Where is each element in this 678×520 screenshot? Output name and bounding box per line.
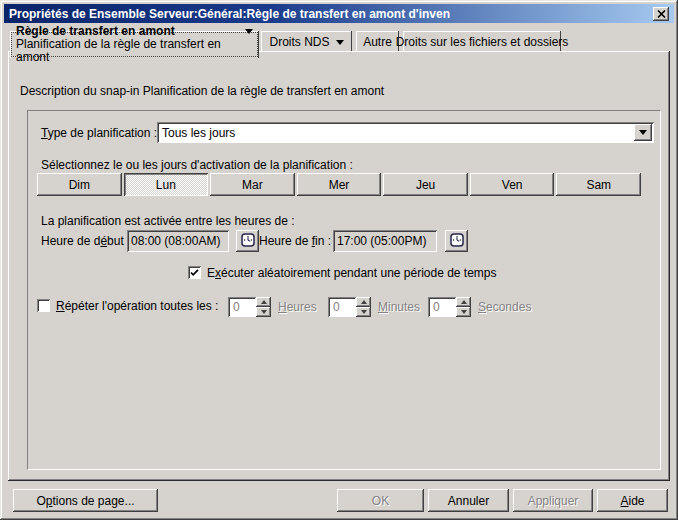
days-instruction-label: Sélectionnez le ou les jours d'activatio… — [41, 158, 353, 172]
seconds-unit-label: Secondes — [478, 300, 531, 314]
cancel-button[interactable]: Annuler — [428, 489, 509, 512]
snapin-description: Description du snap-in Planification de … — [20, 84, 384, 98]
clock-icon — [241, 233, 255, 250]
spinner-down-button[interactable] — [256, 307, 271, 317]
window-title: Propriétés de Ensemble Serveur:Général:R… — [9, 7, 450, 21]
repeat-seconds-field[interactable]: 0 — [428, 297, 456, 317]
tab-label: Droits sur les fichiers et dossiers — [396, 35, 569, 49]
arrow-down-icon — [361, 310, 367, 317]
arrow-up-icon — [361, 297, 367, 304]
day-button-sam[interactable]: Sam — [556, 173, 641, 196]
day-button-mar[interactable]: Mar — [210, 173, 295, 196]
repeat-hours-spinner: 0 — [228, 297, 271, 317]
active-tab-subtitle: Planification de la règle de transfert e… — [16, 38, 253, 64]
repeat-minutes-field[interactable]: 0 — [328, 297, 356, 317]
repeat-operation-label: Répéter l'opération toutes les : — [56, 299, 218, 313]
close-icon — [657, 7, 666, 21]
day-button-lun[interactable]: Lun — [124, 173, 209, 196]
properties-dialog: Propriétés de Ensemble Serveur:Général:R… — [0, 0, 678, 520]
schedule-groupbox: Type de planification : Tous les jours S… — [27, 110, 661, 470]
spinner-down-button[interactable] — [356, 307, 371, 317]
repeat-hours-field[interactable]: 0 — [228, 297, 256, 317]
tab-autre[interactable]: Autre — [356, 31, 399, 52]
end-time-field[interactable]: 17:00 (05:00PM) — [333, 230, 437, 252]
page-options-button[interactable]: Options de page... — [13, 489, 158, 512]
day-button-mer[interactable]: Mer — [297, 173, 382, 196]
spinner-up-button[interactable] — [356, 297, 371, 307]
ok-button[interactable]: OK — [337, 489, 424, 512]
tab-label: Autre — [363, 35, 392, 49]
schedule-type-value: Tous les jours — [162, 126, 654, 140]
end-time-clock-button[interactable] — [445, 230, 468, 252]
chevron-down-icon — [245, 29, 253, 38]
random-execution-label: Exécuter aléatoirement pendant une pério… — [207, 266, 497, 280]
start-time-field[interactable]: 08:00 (08:00AM) — [127, 230, 229, 252]
tab-page: Description du snap-in Planification de … — [8, 51, 670, 481]
schedule-type-label: Type de planification : — [41, 126, 157, 140]
tab-droits-fichiers-dossiers[interactable]: Droits sur les fichiers et dossiers — [403, 31, 561, 52]
repeat-minutes-spinner: 0 — [328, 297, 371, 317]
combobox-dropdown-button[interactable] — [634, 124, 652, 141]
chevron-down-icon — [336, 40, 344, 49]
title-bar: Propriétés de Ensemble Serveur:Général:R… — [4, 4, 674, 23]
repeat-operation-checkbox[interactable] — [37, 299, 50, 312]
active-hours-label: La planification est activée entre les h… — [41, 214, 295, 228]
start-time-clock-button[interactable] — [236, 230, 259, 252]
tab-label: Droits NDS — [269, 35, 329, 49]
checkmark-icon — [190, 266, 199, 280]
apply-button[interactable]: Appliquer — [513, 489, 593, 512]
schedule-type-combobox[interactable]: Tous les jours — [157, 122, 654, 143]
arrow-up-icon — [261, 297, 267, 304]
arrow-down-icon — [461, 310, 467, 317]
minutes-unit-label: Minutes — [378, 300, 420, 314]
start-time-label: Heure de début : — [41, 234, 130, 248]
day-button-dim[interactable]: Dim — [37, 173, 122, 196]
day-button-ven[interactable]: Ven — [470, 173, 555, 196]
spinner-up-button[interactable] — [256, 297, 271, 307]
chevron-down-icon — [639, 130, 647, 139]
day-buttons-row: Dim Lun Mar Mer Jeu Ven Sam — [37, 173, 641, 196]
hours-unit-label: Heures — [278, 300, 317, 314]
tab-upstream-transfer-rule[interactable]: Règle de transfert en amont Planificatio… — [10, 31, 259, 58]
tab-droits-nds[interactable]: Droits NDS — [261, 31, 352, 52]
end-time-label: Heure de fin : — [259, 234, 331, 248]
spinner-down-button[interactable] — [456, 307, 471, 317]
repeat-seconds-spinner: 0 — [428, 297, 471, 317]
day-button-jeu[interactable]: Jeu — [383, 173, 468, 196]
arrow-up-icon — [461, 297, 467, 304]
clock-icon — [450, 233, 464, 250]
help-button[interactable]: Aide — [597, 489, 668, 512]
close-button[interactable] — [653, 7, 669, 21]
arrow-down-icon — [261, 310, 267, 317]
spinner-up-button[interactable] — [456, 297, 471, 307]
random-execution-checkbox[interactable] — [188, 266, 201, 279]
